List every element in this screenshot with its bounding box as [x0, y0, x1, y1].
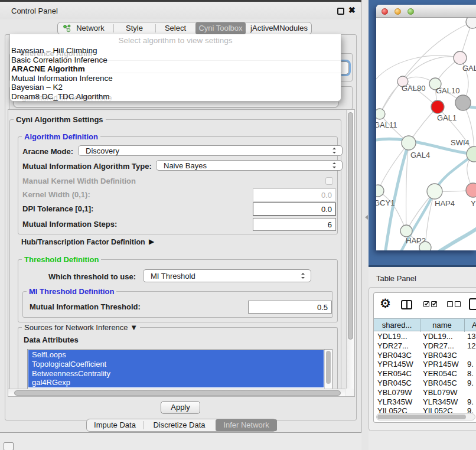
cyni-algorithm-settings-title: Cyni Algorithm Settings	[14, 115, 106, 124]
network-edge[interactable]	[435, 228, 476, 250]
network-node[interactable]	[419, 242, 431, 250]
tab-network[interactable]: Network	[58, 22, 113, 34]
expand-arrow-icon[interactable]: ▶	[149, 237, 154, 246]
minimized-panel-icon[interactable]	[4, 442, 14, 450]
close-traffic-light[interactable]	[382, 8, 388, 15]
popup-item[interactable]: Mutual Information Inference	[10, 74, 341, 83]
column-header-shared[interactable]: shared...	[374, 319, 420, 332]
gear-icon[interactable]: ⚙	[380, 298, 391, 309]
settings-vscrollbar[interactable]	[346, 110, 354, 390]
tab-style[interactable]: Style	[113, 22, 155, 34]
tab-impute-data[interactable]: Impute Data	[87, 419, 143, 431]
minimize-traffic-light[interactable]	[395, 8, 401, 15]
unchecked-checkbox-icon[interactable]	[447, 301, 453, 307]
aracne-mode-value: Discovery	[86, 146, 119, 156]
dpi-tolerance-label: DPI Tolerance [0,1]:	[22, 204, 93, 213]
tab-network-label: Network	[76, 24, 105, 32]
network-node[interactable]	[455, 95, 471, 110]
which-threshold-label: Which threshold to use:	[48, 272, 136, 281]
tab-discretize-data[interactable]: Discretize Data	[143, 419, 216, 431]
checked-checkbox-icon[interactable]	[423, 301, 429, 307]
network-view-window: GAL2GAL80GAL10GAL1GAL11GAL4SWI4GCY1HAP4Y…	[376, 5, 476, 250]
table-row[interactable]: YDL19...YDL19...13	[374, 332, 476, 341]
hub-definition-label[interactable]: Hub/Transcription Factor Definition	[21, 238, 145, 246]
network-node[interactable]	[466, 18, 476, 28]
apply-button[interactable]: Apply	[161, 401, 200, 414]
mi-threshold-label: Mutual Information Threshold:	[30, 302, 141, 311]
network-node[interactable]	[400, 225, 412, 237]
settings-hscrollbar[interactable]	[8, 389, 345, 396]
list-vscrollbar[interactable]	[324, 350, 332, 390]
mi-steps-field[interactable]: 6	[253, 218, 336, 231]
mi-steps-label: Mutual Information Steps:	[22, 220, 117, 229]
splitter-arrow-icon[interactable]	[363, 215, 368, 220]
network-node[interactable]	[427, 184, 442, 199]
table-row[interactable]: YDR27...YDR27...12	[374, 341, 476, 351]
dpi-tolerance-field[interactable]: 0.0	[253, 203, 336, 216]
page-icon[interactable]	[469, 298, 476, 310]
network-node-label: GAL11	[376, 120, 397, 129]
table-rows: YDL19...YDL19...13YDR27...YDR27...12YBR0…	[374, 332, 476, 413]
column-header-name[interactable]: name	[420, 319, 464, 332]
tab-cyni-toolbox[interactable]: Cyni Toolbox	[195, 22, 246, 34]
manual-kernel-checkbox[interactable]	[325, 177, 333, 185]
network-edge[interactable]	[378, 143, 409, 191]
collapse-arrow-icon[interactable]: ▼	[130, 323, 138, 332]
attribute-list-item[interactable]: SelfLoops	[28, 350, 324, 360]
table-row[interactable]: YBL079WYBL079W	[374, 388, 476, 397]
attribute-list-item[interactable]: TopologicalCoefficient	[28, 360, 324, 369]
checked-checkbox-icon[interactable]	[431, 301, 437, 307]
network-node[interactable]	[466, 183, 476, 197]
split-view-icon[interactable]	[401, 300, 412, 309]
zoom-traffic-light[interactable]	[407, 8, 414, 15]
float-window-icon[interactable]	[337, 8, 344, 15]
tab-infer-network[interactable]: Infer Network	[216, 419, 277, 431]
mi-type-combo[interactable]: Naive Bayes	[156, 160, 343, 171]
network-edge[interactable]	[380, 81, 403, 114]
table-row[interactable]: YBR043CYBR043C	[374, 351, 476, 360]
table-header: shared... name A	[374, 318, 476, 331]
network-node-label: GAL10	[436, 86, 459, 95]
data-attributes-list[interactable]: SelfLoopsTopologicalCoefficientBetweenne…	[27, 349, 332, 391]
network-node[interactable]	[376, 185, 384, 197]
table-row[interactable]: YPR145WYPR145W9.	[374, 360, 476, 369]
popup-item[interactable]: Bayesian – K2	[10, 83, 341, 92]
table-row[interactable]: YLR345WYLR345W9.	[374, 397, 476, 407]
which-threshold-value: MI Threshold	[151, 272, 195, 281]
control-panel-titlebar[interactable]: Control Panel ✖	[0, 2, 360, 19]
network-node-label: GAL80	[402, 84, 425, 93]
network-node-label: GAL1	[437, 113, 457, 122]
network-canvas[interactable]: GAL2GAL80GAL10GAL1GAL11GAL4SWI4GCY1HAP4Y…	[376, 18, 476, 250]
network-node-label: SWI4	[451, 138, 470, 147]
table-row[interactable]: YER054CYER054C8.	[374, 369, 476, 379]
table-row[interactable]: YIL052CYIL052C9.	[374, 406, 476, 413]
network-node[interactable]	[376, 109, 385, 119]
network-edge[interactable]	[406, 143, 409, 231]
algorithm-definition-title: Algorithm Definition	[22, 132, 100, 141]
tab-jactivemnodules[interactable]: jActiveMNodules	[246, 22, 312, 34]
column-header-partial[interactable]: A	[472, 319, 476, 332]
attribute-list-item[interactable]: BetweennessCentrality	[28, 369, 324, 379]
network-node[interactable]	[454, 51, 467, 64]
network-node[interactable]	[431, 100, 444, 113]
mi-type-value: Naive Bayes	[164, 161, 207, 171]
network-node[interactable]	[402, 136, 416, 150]
mi-threshold-field[interactable]: 0.5	[248, 301, 332, 314]
panel-splitter[interactable]	[361, 0, 369, 450]
network-icon	[63, 24, 71, 32]
control-panel-window: Control Panel ✖ Network Style Select Cyn…	[0, 2, 361, 433]
aracne-mode-combo[interactable]: Discovery	[78, 145, 343, 156]
network-edge[interactable]	[376, 56, 460, 83]
network-node-label: GCY1	[376, 198, 395, 207]
table-row[interactable]: YBR045CYBR045C9.	[374, 379, 476, 388]
network-edge[interactable]	[403, 57, 460, 81]
attribute-list-item[interactable]: gal4RGexp	[28, 378, 324, 387]
bottom-tabbar: Impute Data Discretize Data Infer Networ…	[86, 419, 276, 432]
close-icon[interactable]: ✖	[348, 5, 356, 15]
which-threshold-combo[interactable]: MI Threshold	[143, 269, 311, 282]
unchecked-checkbox-icon[interactable]	[455, 301, 461, 307]
network-window-titlebar[interactable]	[376, 5, 476, 18]
tab-select[interactable]: Select	[155, 22, 195, 34]
algorithm-popup: Select algorithm to view settings Bayesi…	[9, 34, 341, 102]
table-hscrollbar[interactable]	[376, 413, 475, 420]
